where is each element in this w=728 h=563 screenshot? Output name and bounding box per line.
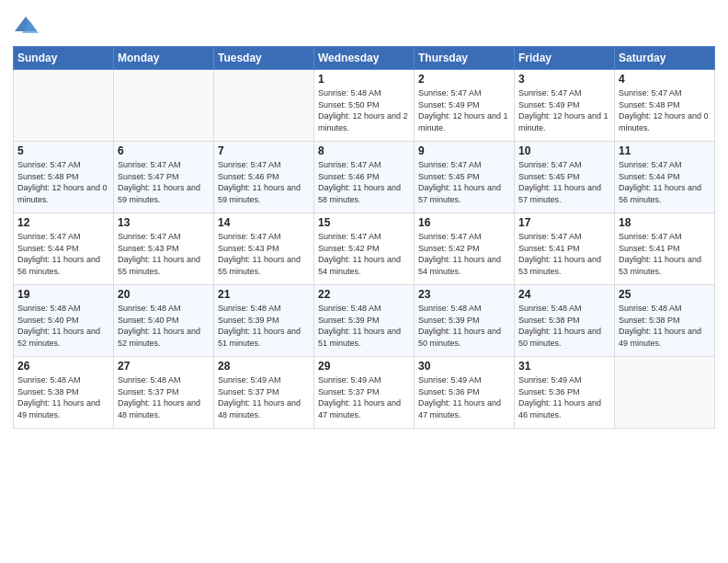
day-number: 11 [619,144,711,157]
day-info: Sunrise: 5:48 AMSunset: 5:50 PMDaylight:… [318,87,410,133]
calendar-cell [214,70,314,142]
day-info: Sunrise: 5:47 AMSunset: 5:45 PMDaylight:… [518,159,610,205]
calendar-cell: 25Sunrise: 5:48 AMSunset: 5:38 PMDayligh… [615,285,715,357]
calendar-week-3: 12Sunrise: 5:47 AMSunset: 5:44 PMDayligh… [14,213,715,285]
day-info: Sunrise: 5:48 AMSunset: 5:38 PMDaylight:… [518,303,610,349]
calendar-cell: 26Sunrise: 5:48 AMSunset: 5:38 PMDayligh… [14,357,114,429]
day-number: 13 [118,216,210,229]
day-number: 28 [218,360,310,373]
calendar-cell: 19Sunrise: 5:48 AMSunset: 5:40 PMDayligh… [14,285,114,357]
calendar-cell: 8Sunrise: 5:47 AMSunset: 5:46 PMDaylight… [314,142,415,213]
calendar-week-5: 26Sunrise: 5:48 AMSunset: 5:38 PMDayligh… [14,357,715,429]
calendar-cell: 29Sunrise: 5:49 AMSunset: 5:37 PMDayligh… [314,357,415,429]
calendar-cell: 16Sunrise: 5:47 AMSunset: 5:42 PMDayligh… [415,213,515,285]
calendar-cell: 23Sunrise: 5:48 AMSunset: 5:39 PMDayligh… [415,285,515,357]
calendar-cell: 12Sunrise: 5:47 AMSunset: 5:44 PMDayligh… [14,213,114,285]
day-number: 14 [218,216,310,229]
calendar-header-wednesday: Wednesday [314,47,415,70]
day-number: 17 [518,216,610,229]
calendar-cell: 13Sunrise: 5:47 AMSunset: 5:43 PMDayligh… [114,213,214,285]
calendar-cell: 11Sunrise: 5:47 AMSunset: 5:44 PMDayligh… [615,142,715,213]
day-info: Sunrise: 5:49 AMSunset: 5:37 PMDaylight:… [218,374,310,420]
day-info: Sunrise: 5:47 AMSunset: 5:48 PMDaylight:… [619,87,711,133]
day-info: Sunrise: 5:47 AMSunset: 5:48 PMDaylight:… [17,159,109,205]
calendar-header-saturday: Saturday [615,47,715,70]
logo [13,13,40,39]
day-info: Sunrise: 5:47 AMSunset: 5:49 PMDaylight:… [418,87,510,133]
calendar-cell: 9Sunrise: 5:47 AMSunset: 5:45 PMDaylight… [415,142,515,213]
day-info: Sunrise: 5:47 AMSunset: 5:44 PMDaylight:… [619,159,711,205]
calendar-cell: 27Sunrise: 5:48 AMSunset: 5:37 PMDayligh… [114,357,214,429]
day-number: 10 [518,144,610,157]
calendar-header-friday: Friday [515,47,615,70]
day-number: 23 [418,288,510,301]
day-number: 7 [218,144,310,157]
day-info: Sunrise: 5:47 AMSunset: 5:46 PMDaylight:… [318,159,410,205]
calendar-header-monday: Monday [114,47,214,70]
day-info: Sunrise: 5:48 AMSunset: 5:38 PMDaylight:… [619,303,711,349]
day-number: 15 [318,216,410,229]
day-info: Sunrise: 5:47 AMSunset: 5:47 PMDaylight:… [118,159,210,205]
day-number: 12 [17,216,109,229]
day-info: Sunrise: 5:48 AMSunset: 5:39 PMDaylight:… [418,303,510,349]
calendar-week-4: 19Sunrise: 5:48 AMSunset: 5:40 PMDayligh… [14,285,715,357]
calendar-cell: 20Sunrise: 5:48 AMSunset: 5:40 PMDayligh… [114,285,214,357]
day-number: 19 [17,288,109,301]
calendar-header-thursday: Thursday [415,47,515,70]
calendar-table: SundayMondayTuesdayWednesdayThursdayFrid… [13,46,715,429]
day-info: Sunrise: 5:47 AMSunset: 5:44 PMDaylight:… [17,231,109,277]
calendar-cell: 10Sunrise: 5:47 AMSunset: 5:45 PMDayligh… [515,142,615,213]
day-number: 20 [118,288,210,301]
day-number: 1 [318,73,410,86]
calendar-week-2: 5Sunrise: 5:47 AMSunset: 5:48 PMDaylight… [14,142,715,213]
day-info: Sunrise: 5:47 AMSunset: 5:43 PMDaylight:… [118,231,210,277]
calendar-cell: 24Sunrise: 5:48 AMSunset: 5:38 PMDayligh… [515,285,615,357]
day-info: Sunrise: 5:48 AMSunset: 5:37 PMDaylight:… [118,374,210,420]
day-number: 2 [418,73,510,86]
day-number: 29 [318,360,410,373]
calendar-cell: 3Sunrise: 5:47 AMSunset: 5:49 PMDaylight… [515,70,615,142]
header [13,9,715,39]
page: SundayMondayTuesdayWednesdayThursdayFrid… [0,0,728,563]
calendar-cell: 30Sunrise: 5:49 AMSunset: 5:36 PMDayligh… [415,357,515,429]
calendar-cell: 15Sunrise: 5:47 AMSunset: 5:42 PMDayligh… [314,213,415,285]
day-number: 6 [118,144,210,157]
day-info: Sunrise: 5:47 AMSunset: 5:41 PMDaylight:… [518,231,610,277]
day-info: Sunrise: 5:49 AMSunset: 5:36 PMDaylight:… [518,374,610,420]
day-info: Sunrise: 5:49 AMSunset: 5:36 PMDaylight:… [418,374,510,420]
calendar-cell: 2Sunrise: 5:47 AMSunset: 5:49 PMDaylight… [415,70,515,142]
day-number: 30 [418,360,510,373]
day-info: Sunrise: 5:48 AMSunset: 5:40 PMDaylight:… [17,303,109,349]
day-number: 5 [17,144,109,157]
day-number: 8 [318,144,410,157]
calendar-cell: 31Sunrise: 5:49 AMSunset: 5:36 PMDayligh… [515,357,615,429]
day-number: 21 [218,288,310,301]
day-info: Sunrise: 5:47 AMSunset: 5:42 PMDaylight:… [318,231,410,277]
calendar-week-1: 1Sunrise: 5:48 AMSunset: 5:50 PMDaylight… [14,70,715,142]
calendar-header-sunday: Sunday [14,47,114,70]
day-number: 26 [17,360,109,373]
calendar-cell: 6Sunrise: 5:47 AMSunset: 5:47 PMDaylight… [114,142,214,213]
calendar-cell: 7Sunrise: 5:47 AMSunset: 5:46 PMDaylight… [214,142,314,213]
calendar-cell [615,357,715,429]
day-info: Sunrise: 5:47 AMSunset: 5:46 PMDaylight:… [218,159,310,205]
calendar-header-tuesday: Tuesday [214,47,314,70]
day-info: Sunrise: 5:48 AMSunset: 5:39 PMDaylight:… [318,303,410,349]
calendar-cell [14,70,114,142]
day-number: 18 [619,216,711,229]
day-number: 9 [418,144,510,157]
calendar-cell: 14Sunrise: 5:47 AMSunset: 5:43 PMDayligh… [214,213,314,285]
logo-icon [13,13,39,39]
calendar-cell: 5Sunrise: 5:47 AMSunset: 5:48 PMDaylight… [14,142,114,213]
day-info: Sunrise: 5:49 AMSunset: 5:37 PMDaylight:… [318,374,410,420]
day-number: 4 [619,73,711,86]
day-number: 27 [118,360,210,373]
calendar-cell: 28Sunrise: 5:49 AMSunset: 5:37 PMDayligh… [214,357,314,429]
calendar-cell: 21Sunrise: 5:48 AMSunset: 5:39 PMDayligh… [214,285,314,357]
day-number: 22 [318,288,410,301]
day-info: Sunrise: 5:47 AMSunset: 5:41 PMDaylight:… [619,231,711,277]
calendar-cell: 4Sunrise: 5:47 AMSunset: 5:48 PMDaylight… [615,70,715,142]
day-info: Sunrise: 5:48 AMSunset: 5:38 PMDaylight:… [17,374,109,420]
day-number: 31 [518,360,610,373]
day-info: Sunrise: 5:47 AMSunset: 5:42 PMDaylight:… [418,231,510,277]
